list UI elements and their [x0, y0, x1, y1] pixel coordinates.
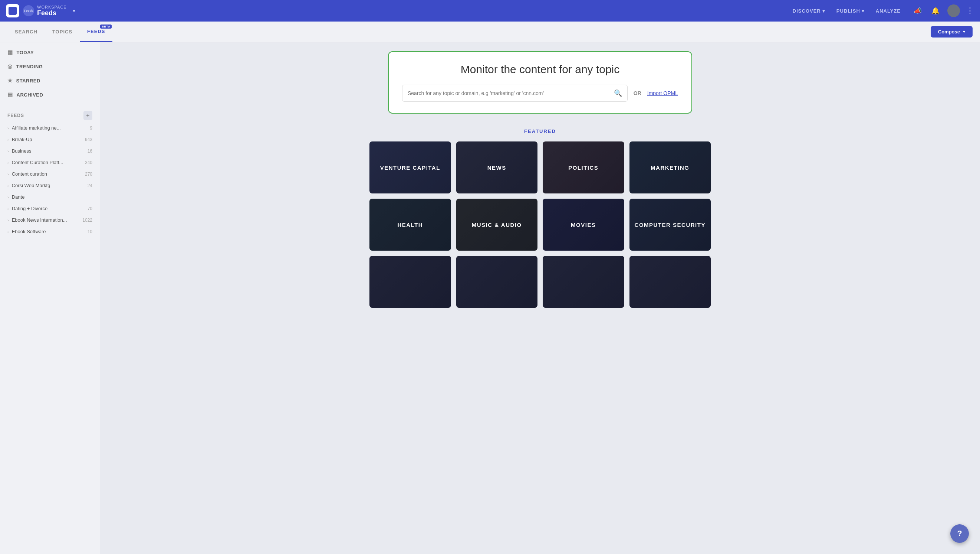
tab-feeds[interactable]: FEEDS BETA — [80, 22, 112, 42]
card-overlay — [630, 256, 711, 308]
feed-name: Corsi Web Marktg — [12, 183, 85, 188]
sidebar-feed-item[interactable]: › Break-Up 943 — [0, 134, 100, 145]
sidebar-feed-item[interactable]: › Business 16 — [0, 145, 100, 157]
app-logo[interactable] — [6, 4, 19, 18]
feeds-section-header: FEEDS + — [0, 107, 100, 122]
bell-icon[interactable]: 🔔 — [929, 5, 942, 17]
sidebar-feed-item[interactable]: › Content curation 270 — [0, 168, 100, 180]
featured-label: FEATURED — [369, 128, 711, 134]
feed-name: Ebook News Internation... — [12, 217, 81, 223]
publish-chevron-icon: ▾ — [862, 8, 865, 14]
main-layout: ▦ TODAY ◎ TRENDING ★ STARRED ▤ ARCHIVED … — [0, 42, 980, 554]
feed-chevron-icon: › — [8, 206, 9, 211]
compose-button[interactable]: Compose ▾ — [931, 26, 972, 37]
feed-count: 70 — [88, 206, 92, 211]
search-box-title: Monitor the content for any topic — [402, 63, 678, 76]
sidebar-item-archived[interactable]: ▤ ARCHIVED — [0, 88, 100, 102]
feed-count: 1022 — [82, 217, 92, 223]
sidebar-feed-item[interactable]: › Ebook News Internation... 1022 — [0, 214, 100, 226]
feed-chevron-icon: › — [8, 137, 9, 142]
topic-search-input[interactable] — [408, 85, 614, 101]
card-label: HEALTH — [397, 222, 423, 228]
feed-name: Business — [12, 148, 85, 154]
help-fab[interactable]: ? — [950, 524, 969, 543]
trending-icon: ◎ — [8, 63, 13, 70]
sidebar-item-trending[interactable]: ◎ TRENDING — [0, 59, 100, 73]
feeds-icon-text: Feeds — [24, 9, 33, 13]
beta-badge: BETA — [100, 24, 111, 29]
sidebar-feed-item[interactable]: › Ebook Software 10 — [0, 226, 100, 237]
megaphone-icon[interactable]: 📣 — [912, 5, 924, 17]
card-overlay — [542, 256, 624, 308]
featured-card[interactable] — [542, 256, 624, 308]
featured-card[interactable] — [369, 256, 451, 308]
feeds-list: › Affiliate marketing ne... 9 › Break-Up… — [0, 122, 100, 237]
user-avatar[interactable] — [947, 5, 960, 17]
hamburger-icon[interactable]: ⋮ — [966, 6, 974, 16]
featured-section: FEATURED VENTURE CAPITAL NEWS POLITICS M… — [369, 128, 711, 308]
feeds-icon: Feeds — [23, 5, 34, 16]
featured-card[interactable]: MARKETING — [630, 142, 711, 193]
publish-nav-link[interactable]: PUBLISH ▾ — [837, 8, 865, 14]
feeds-label: Feeds — [37, 9, 67, 17]
feed-name: Dante — [12, 194, 92, 200]
featured-card[interactable] — [456, 256, 538, 308]
feed-count: 16 — [88, 148, 92, 154]
feed-chevron-icon: › — [8, 184, 9, 188]
card-label: MUSIC & AUDIO — [472, 222, 522, 228]
feed-count: 10 — [88, 229, 92, 234]
content-area: Monitor the content for any topic 🔍 OR I… — [100, 42, 980, 554]
featured-card[interactable]: MOVIES — [542, 199, 624, 251]
card-label: NEWS — [487, 164, 506, 171]
feed-name: Break-Up — [12, 137, 83, 142]
workspace-label: WORKSPACE — [37, 5, 67, 9]
featured-row-3 — [369, 256, 711, 308]
card-label: VENTURE CAPITAL — [380, 164, 440, 171]
sidebar: ▦ TODAY ◎ TRENDING ★ STARRED ▤ ARCHIVED … — [0, 42, 100, 554]
feed-count: 24 — [88, 183, 92, 188]
card-overlay — [369, 256, 451, 308]
compose-dropdown-arrow: ▾ — [963, 29, 965, 34]
tab-topics[interactable]: TOPICS — [45, 22, 80, 42]
feed-chevron-icon: › — [8, 218, 9, 222]
featured-row-2: HEALTH MUSIC & AUDIO MOVIES COMPUTER SEC… — [369, 199, 711, 251]
search-box: Monitor the content for any topic 🔍 OR I… — [388, 51, 692, 113]
feed-count: 943 — [85, 137, 92, 142]
feed-name: Dating + Divorce — [12, 206, 85, 211]
featured-card[interactable]: HEALTH — [369, 199, 451, 251]
featured-card[interactable]: POLITICS — [542, 142, 624, 193]
card-label: COMPUTER SECURITY — [635, 222, 705, 228]
feed-chevron-icon: › — [8, 126, 9, 130]
tab-search[interactable]: SEARCH — [8, 22, 45, 42]
sidebar-feed-item[interactable]: › Dante — [0, 191, 100, 203]
featured-card[interactable]: MUSIC & AUDIO — [456, 199, 538, 251]
search-icon[interactable]: 🔍 — [614, 89, 622, 97]
feed-name: Affiliate marketing ne... — [12, 125, 88, 131]
workspace-dropdown-arrow[interactable]: ▾ — [73, 8, 75, 14]
analyze-nav-link[interactable]: ANALYZE — [876, 8, 900, 14]
nav-links: DISCOVER ▾ PUBLISH ▾ ANALYZE — [793, 8, 900, 14]
import-opml-link[interactable]: Import OPML — [647, 90, 678, 96]
feed-count: 340 — [85, 160, 92, 165]
sidebar-feed-item[interactable]: › Dating + Divorce 70 — [0, 203, 100, 214]
sidebar-feed-item[interactable]: › Affiliate marketing ne... 9 — [0, 122, 100, 134]
featured-card[interactable] — [630, 256, 711, 308]
featured-card[interactable]: COMPUTER SECURITY — [630, 199, 711, 251]
add-feed-button[interactable]: + — [83, 111, 92, 120]
feed-chevron-icon: › — [8, 149, 9, 153]
featured-card[interactable]: VENTURE CAPITAL — [369, 142, 451, 193]
discover-nav-link[interactable]: DISCOVER ▾ — [793, 8, 825, 14]
feed-chevron-icon: › — [8, 172, 9, 176]
feed-chevron-icon: › — [8, 230, 9, 234]
feed-count: 9 — [90, 126, 92, 131]
sidebar-item-today[interactable]: ▦ TODAY — [0, 45, 100, 59]
workspace-feeds-group[interactable]: Feeds WORKSPACE Feeds ▾ — [23, 5, 75, 17]
sub-nav: SEARCH TOPICS FEEDS BETA Compose ▾ — [0, 22, 980, 42]
featured-card[interactable]: NEWS — [456, 142, 538, 193]
or-label: OR — [633, 90, 641, 96]
sidebar-feed-item[interactable]: › Corsi Web Marktg 24 — [0, 180, 100, 191]
feed-count: 270 — [85, 172, 92, 177]
sidebar-item-starred[interactable]: ★ STARRED — [0, 73, 100, 88]
archive-icon: ▤ — [8, 91, 13, 98]
sidebar-feed-item[interactable]: › Content Curation Platf... 340 — [0, 157, 100, 168]
